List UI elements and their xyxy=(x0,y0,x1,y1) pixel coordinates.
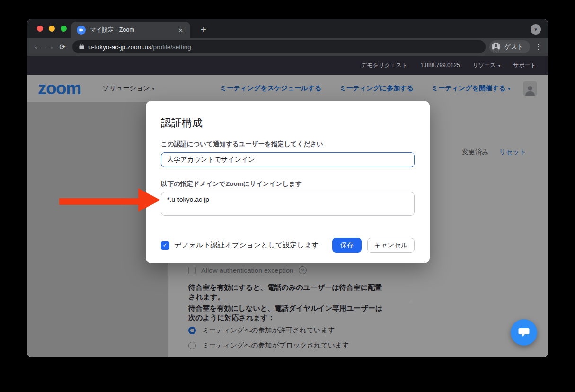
browser-toolbar: ← → ⟳ u-tokyo-ac-jp.zoom.us/profile/sett… xyxy=(27,38,548,56)
notify-users-label: この認証について通知するユーザーを指定してください xyxy=(161,140,415,148)
save-button[interactable]: 保存 xyxy=(332,238,362,253)
window-close-button[interactable] xyxy=(37,26,43,32)
topbar-resources-menu[interactable]: リソース▾ xyxy=(473,61,500,70)
browser-menu-icon[interactable]: ⋮ xyxy=(534,43,543,51)
zoom-topbar: デモをリクエスト 1.888.799.0125 リソース▾ サポート xyxy=(27,56,548,75)
chevron-down-icon: ▾ xyxy=(534,26,537,33)
browser-profile-button[interactable]: ゲスト xyxy=(489,40,530,53)
person-icon xyxy=(491,42,501,52)
tab-title: マイ設定 - Zoom xyxy=(90,26,177,34)
url-path: /profile/setting xyxy=(151,44,191,51)
chevron-down-icon: ▾ xyxy=(498,63,501,68)
topbar-phone-number[interactable]: 1.888.799.0125 xyxy=(420,62,460,69)
profile-name: ゲスト xyxy=(504,43,523,51)
dialog-footer: ✓ デフォルト認証オプションとして設定します 保存 キャンセル xyxy=(161,238,415,253)
auth-name-input[interactable] xyxy=(161,152,415,167)
new-tab-button[interactable]: + xyxy=(197,25,210,35)
topbar-support-link[interactable]: サポート xyxy=(513,61,536,70)
default-auth-label: デフォルト認証オプションとして設定します xyxy=(174,241,319,250)
authentication-config-dialog: 認証構成 この認証について通知するユーザーを指定してください 以下の指定ドメイン… xyxy=(146,101,430,263)
dialog-title: 認証構成 xyxy=(161,116,415,130)
window-zoom-button[interactable] xyxy=(61,26,67,32)
sign-in-domain-label: 以下の指定ドメインでZoomにサインインします xyxy=(161,180,415,188)
zoom-favicon-icon xyxy=(77,26,86,35)
tab-strip: マイ設定 - Zoom × + ▾ xyxy=(27,19,548,38)
url-host: u-tokyo-ac-jp.zoom.us xyxy=(88,44,151,51)
topbar-request-demo-link[interactable]: デモをリクエスト xyxy=(361,61,407,70)
chat-bubble-icon xyxy=(518,327,530,338)
chat-widget-button[interactable] xyxy=(511,319,537,346)
default-auth-checkbox[interactable]: ✓ xyxy=(161,241,169,250)
check-icon: ✓ xyxy=(163,242,168,249)
cancel-button[interactable]: キャンセル xyxy=(367,238,415,253)
tab-close-icon[interactable]: × xyxy=(177,26,185,35)
resize-grip-icon[interactable] xyxy=(408,299,413,304)
browser-tab[interactable]: マイ設定 - Zoom × xyxy=(71,22,190,38)
reload-icon[interactable]: ⟳ xyxy=(56,43,69,52)
address-bar[interactable]: u-tokyo-ac-jp.zoom.us/profile/setting xyxy=(72,40,486,53)
domain-textarea[interactable]: *.u-tokyo.ac.jp xyxy=(161,192,415,216)
window-minimize-button[interactable] xyxy=(49,26,55,32)
back-icon[interactable]: ← xyxy=(32,42,44,52)
window-controls xyxy=(37,26,67,32)
lock-icon xyxy=(79,43,84,51)
tab-search-button[interactable]: ▾ xyxy=(531,24,541,35)
browser-window: マイ設定 - Zoom × + ▾ ← → ⟳ u-tokyo-ac-jp.zo… xyxy=(27,19,548,357)
forward-icon[interactable]: → xyxy=(44,42,56,52)
